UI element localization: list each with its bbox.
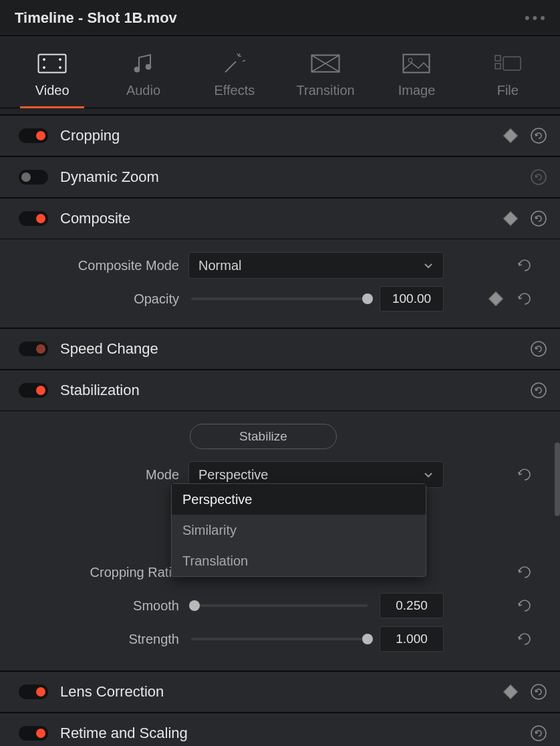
svg-point-5 <box>134 67 140 72</box>
svg-point-2 <box>43 67 45 69</box>
audio-icon <box>128 52 158 75</box>
section-header-retime-scaling[interactable]: Retime and Scaling <box>0 713 560 746</box>
section-header-cropping[interactable]: Cropping <box>0 115 560 156</box>
reset-row-icon[interactable] <box>516 290 533 307</box>
toggle-retime-scaling[interactable] <box>19 726 48 741</box>
tab-label: Effects <box>214 83 255 98</box>
slider-smooth[interactable] <box>191 604 368 607</box>
reset-row-icon[interactable] <box>516 597 533 614</box>
tab-video[interactable]: Video <box>7 52 98 108</box>
scrollbar-thumb[interactable] <box>555 443 560 516</box>
reset-row-icon[interactable] <box>516 630 533 648</box>
svg-point-19 <box>531 726 546 741</box>
label-stab-mode: Mode <box>19 467 179 483</box>
tab-label: Audio <box>126 83 160 98</box>
svg-point-1 <box>43 59 45 61</box>
svg-point-18 <box>531 685 546 699</box>
reset-section-icon[interactable] <box>529 168 548 186</box>
svg-point-3 <box>59 59 61 61</box>
dropdown-item[interactable]: Translation <box>172 545 426 576</box>
tab-label: Image <box>398 83 436 98</box>
toggle-speed-change[interactable] <box>19 342 48 356</box>
label-smooth: Smooth <box>19 598 179 614</box>
section-body-composite: Composite Mode Normal Opacity 100.00 <box>0 239 560 328</box>
svg-rect-11 <box>495 64 501 69</box>
panel-menu-icon[interactable]: ••• <box>525 9 548 27</box>
svg-point-16 <box>531 342 546 356</box>
section-header-composite[interactable]: Composite <box>0 198 560 239</box>
keyframe-icon[interactable] <box>503 211 519 227</box>
keyframe-icon[interactable] <box>488 291 504 307</box>
section-title: Lens Correction <box>59 683 495 701</box>
svg-point-4 <box>59 67 61 69</box>
dropdown-item[interactable]: Perspective <box>172 484 426 515</box>
tab-image[interactable]: Image <box>371 52 462 108</box>
reset-section-icon[interactable] <box>529 682 548 701</box>
section-title: Speed Change <box>59 340 519 358</box>
slider-opacity[interactable] <box>191 297 368 300</box>
stabilize-button[interactable]: Stabilize <box>190 424 337 449</box>
tab-bar: Video Audio Effects Transition Image <box>0 36 560 108</box>
section-title: Stabilization <box>59 382 519 399</box>
slider-strength[interactable] <box>191 638 368 640</box>
tab-label: Transition <box>297 83 355 98</box>
section-header-stabilization[interactable]: Stabilization <box>0 370 560 411</box>
reset-row-icon[interactable] <box>516 564 533 581</box>
field-opacity[interactable]: 100.00 <box>380 286 444 312</box>
keyframe-icon[interactable] <box>503 128 519 144</box>
section-title: Dynamic Zoom <box>59 168 519 186</box>
toggle-composite[interactable] <box>19 211 48 226</box>
section-header-speed-change[interactable]: Speed Change <box>0 328 560 370</box>
tab-audio[interactable]: Audio <box>98 52 188 108</box>
titlebar: Timeline - Shot 1B.mov ••• <box>0 0 560 36</box>
tab-transition[interactable]: Transition <box>280 52 371 108</box>
dropdown-item[interactable]: Similarity <box>172 515 426 545</box>
tab-effects[interactable]: Effects <box>189 52 280 108</box>
svg-rect-10 <box>495 55 501 61</box>
select-value: Perspective <box>198 467 269 483</box>
dropdown-stab-mode[interactable]: Perspective Similarity Translation <box>171 483 426 577</box>
select-value: Normal <box>198 258 241 273</box>
reset-section-icon[interactable] <box>529 126 548 145</box>
effects-icon <box>220 52 249 75</box>
field-smooth[interactable]: 0.250 <box>380 593 444 618</box>
tab-label: File <box>497 83 519 98</box>
label-composite-mode: Composite Mode <box>19 258 179 273</box>
chevron-down-icon <box>423 260 434 271</box>
reset-section-icon[interactable] <box>529 381 548 400</box>
toggle-dynamic-zoom[interactable] <box>19 170 48 184</box>
toggle-cropping[interactable] <box>19 128 48 143</box>
keyframe-icon[interactable] <box>503 685 519 700</box>
svg-point-14 <box>531 170 546 184</box>
section-body-stabilization: Stabilize Mode Perspective Perspective S… <box>0 411 560 671</box>
svg-point-9 <box>408 58 412 62</box>
svg-point-6 <box>146 64 151 70</box>
tab-file[interactable]: File <box>462 52 553 108</box>
section-header-lens-correction[interactable]: Lens Correction <box>0 671 560 713</box>
chevron-down-icon <box>423 469 434 480</box>
field-strength[interactable]: 1.000 <box>380 626 444 652</box>
label-cropping-ratio: Cropping Ratio <box>19 565 179 580</box>
transition-icon <box>311 52 340 75</box>
reset-section-icon[interactable] <box>529 209 548 228</box>
reset-row-icon[interactable] <box>516 257 533 274</box>
sections-scroll[interactable]: Cropping Dynamic Zoom Composite <box>0 108 560 746</box>
toggle-lens-correction[interactable] <box>19 685 48 699</box>
reset-row-icon[interactable] <box>516 466 533 483</box>
tab-label: Video <box>35 83 69 98</box>
section-title: Cropping <box>59 127 495 144</box>
svg-rect-0 <box>39 55 66 73</box>
image-icon <box>402 52 431 75</box>
inspector-panel: Timeline - Shot 1B.mov ••• Video Audio E… <box>0 0 560 746</box>
section-title: Retime and Scaling <box>59 725 519 742</box>
svg-point-17 <box>531 383 546 398</box>
video-icon <box>37 52 67 75</box>
panel-title: Timeline - Shot 1B.mov <box>15 9 177 27</box>
section-header-dynamic-zoom[interactable]: Dynamic Zoom <box>0 156 560 198</box>
reset-section-icon[interactable] <box>529 340 548 358</box>
reset-section-icon[interactable] <box>529 724 548 743</box>
toggle-stabilization[interactable] <box>19 383 48 398</box>
label-strength: Strength <box>19 632 179 647</box>
svg-point-15 <box>531 211 546 226</box>
select-composite-mode[interactable]: Normal <box>188 252 444 279</box>
